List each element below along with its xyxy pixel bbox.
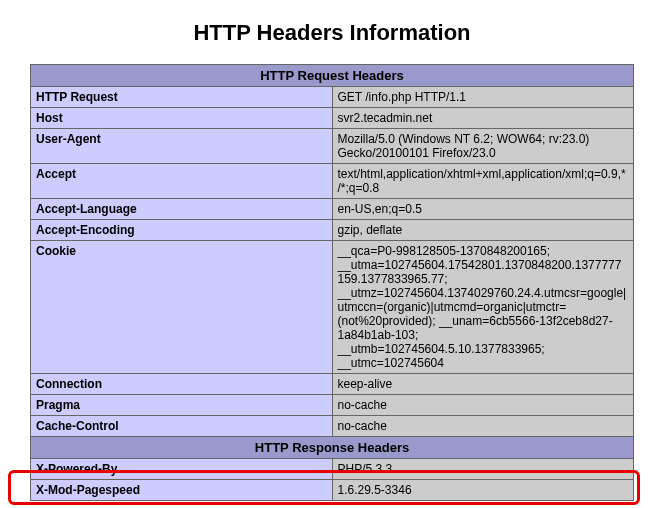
response-section-header: HTTP Response Headers	[31, 437, 634, 459]
table-row: Connectionkeep-alive	[31, 374, 634, 395]
header-value: PHP/5.3.3	[332, 459, 634, 480]
header-key: HTTP Request	[31, 87, 333, 108]
header-value: keep-alive	[332, 374, 634, 395]
headers-table: HTTP Request Headers HTTP RequestGET /in…	[30, 64, 634, 501]
header-value: en-US,en;q=0.5	[332, 199, 634, 220]
header-value: 1.6.29.5-3346	[332, 480, 634, 501]
table-row: Hostsvr2.tecadmin.net	[31, 108, 634, 129]
header-key: Accept	[31, 164, 333, 199]
request-section-header: HTTP Request Headers	[31, 65, 634, 87]
table-row: Cache-Controlno-cache	[31, 416, 634, 437]
header-key: Cache-Control	[31, 416, 333, 437]
table-row: X-Powered-ByPHP/5.3.3	[31, 459, 634, 480]
header-key: Host	[31, 108, 333, 129]
header-value: Mozilla/5.0 (Windows NT 6.2; WOW64; rv:2…	[332, 129, 634, 164]
header-value: gzip, deflate	[332, 220, 634, 241]
table-row: Accept-Languageen-US,en;q=0.5	[31, 199, 634, 220]
header-key: Accept-Encoding	[31, 220, 333, 241]
table-row: HTTP RequestGET /info.php HTTP/1.1	[31, 87, 634, 108]
table-row: Cookie__qca=P0-998128505-1370848200165; …	[31, 241, 634, 374]
table-row: X-Mod-Pagespeed1.6.29.5-3346	[31, 480, 634, 501]
table-row: Accept-Encodinggzip, deflate	[31, 220, 634, 241]
table-row: Pragmano-cache	[31, 395, 634, 416]
table-row: Accepttext/html,application/xhtml+xml,ap…	[31, 164, 634, 199]
header-key: Pragma	[31, 395, 333, 416]
table-row: User-AgentMozilla/5.0 (Windows NT 6.2; W…	[31, 129, 634, 164]
header-key: User-Agent	[31, 129, 333, 164]
header-value: no-cache	[332, 395, 634, 416]
header-key: X-Mod-Pagespeed	[31, 480, 333, 501]
header-key: Connection	[31, 374, 333, 395]
header-key: Accept-Language	[31, 199, 333, 220]
header-value: no-cache	[332, 416, 634, 437]
header-value: __qca=P0-998128505-1370848200165; __utma…	[332, 241, 634, 374]
header-value: text/html,application/xhtml+xml,applicat…	[332, 164, 634, 199]
page-title: HTTP Headers Information	[30, 20, 634, 46]
header-key: Cookie	[31, 241, 333, 374]
header-value: GET /info.php HTTP/1.1	[332, 87, 634, 108]
header-key: X-Powered-By	[31, 459, 333, 480]
header-value: svr2.tecadmin.net	[332, 108, 634, 129]
